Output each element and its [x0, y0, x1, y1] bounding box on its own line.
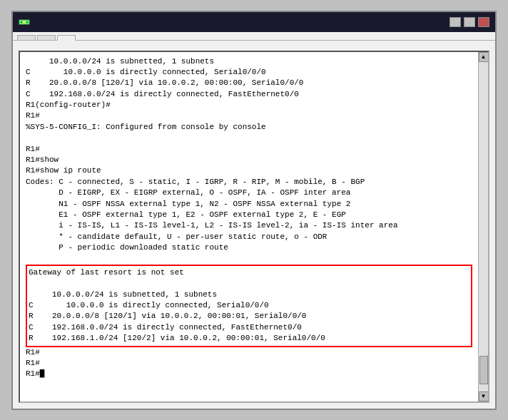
tab-physical[interactable]	[17, 35, 36, 40]
maximize-button[interactable]	[464, 17, 475, 27]
tab-cli[interactable]	[57, 35, 76, 41]
page-title	[13, 41, 495, 51]
minimize-button[interactable]	[449, 17, 461, 27]
terminal-container[interactable]: 10.0.0.0/24 is subnetted, 1 subnets C 10…	[19, 51, 489, 403]
main-window: 10.0.0.0/24 is subnetted, 1 subnets C 10…	[11, 11, 497, 410]
terminal-output[interactable]: 10.0.0.0/24 is subnetted, 1 subnets C 10…	[20, 52, 478, 401]
router-icon	[19, 16, 30, 28]
title-controls	[449, 17, 489, 27]
scroll-thumb[interactable]	[479, 356, 488, 384]
close-button[interactable]	[478, 17, 489, 27]
tab-bar	[13, 32, 495, 41]
scroll-track	[479, 62, 488, 391]
scroll-up-button[interactable]: ▲	[479, 52, 489, 62]
tab-config[interactable]	[37, 35, 56, 40]
svg-point-2	[24, 21, 26, 23]
title-bar	[13, 12, 495, 32]
svg-point-1	[21, 21, 23, 23]
scroll-down-button[interactable]: ▼	[479, 391, 489, 401]
scrollbar[interactable]: ▲ ▼	[478, 52, 488, 401]
svg-point-3	[26, 21, 29, 23]
title-bar-left	[19, 16, 34, 28]
